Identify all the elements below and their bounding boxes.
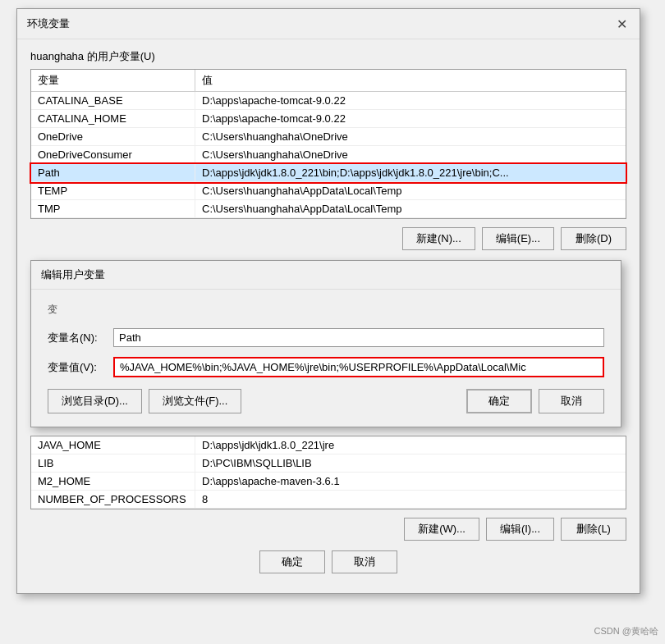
val-cell: D:\apps\apache-tomcat-9.0.22 <box>195 110 626 127</box>
bottom-btn-row: 确定 取消 <box>30 550 626 573</box>
user-vars-table: 变量 值 CATALINA_BASE D:\apps\apache-tomcat… <box>30 69 626 219</box>
table-row[interactable]: CATALINA_HOME D:\apps\apache-tomcat-9.0.… <box>31 110 626 128</box>
col-var-header: 变量 <box>31 70 195 91</box>
edit-btn-row: 浏览目录(D)... 浏览文件(F)... 确定 取消 <box>48 389 604 413</box>
var-cell: OneDrive <box>31 128 195 145</box>
table-row[interactable]: OneDriveConsumer C:\Users\huanghaha\OneD… <box>31 146 626 164</box>
table-row[interactable]: NUMBER_OF_PROCESSORS 8 <box>31 491 626 509</box>
var-value-label: 变量值(V): <box>48 360 113 375</box>
browse-file-button[interactable]: 浏览文件(F)... <box>149 389 241 413</box>
val-cell: D:\apps\jdk\jdk1.8.0_221\bin;D:\apps\jdk… <box>195 164 626 181</box>
val-cell: D:\apps\apache-maven-3.6.1 <box>195 473 626 490</box>
delete-user-var-button[interactable]: 删除(D) <box>561 227 626 250</box>
var-section-marker: 变 <box>48 304 57 315</box>
var-value-input[interactable] <box>113 357 604 377</box>
table-row[interactable]: OneDrive C:\Users\huanghaha\OneDrive <box>31 128 626 146</box>
table-row[interactable]: CATALINA_BASE D:\apps\apache-tomcat-9.0.… <box>31 92 626 110</box>
var-cell: NUMBER_OF_PROCESSORS <box>31 491 195 508</box>
table-row[interactable]: LIB D:\PC\IBM\SQLLIB\LIB <box>31 454 626 473</box>
edit-cancel-button[interactable]: 取消 <box>539 389 604 413</box>
val-cell: 8 <box>195 491 626 508</box>
var-cell: M2_HOME <box>31 473 195 490</box>
dialog-titlebar: 环境变量 ✕ <box>17 9 640 39</box>
var-cell: LIB <box>31 454 195 472</box>
var-cell: CATALINA_BASE <box>31 92 195 109</box>
val-cell: C:\Users\huanghaha\OneDrive <box>195 146 626 163</box>
env-dialog: 环境变量 ✕ huanghaha 的用户变量(U) 变量 值 CATALINA_… <box>16 8 640 594</box>
new-user-var-button[interactable]: 新建(N)... <box>402 227 475 250</box>
var-cell: Path <box>31 164 195 181</box>
table-header: 变量 值 <box>31 70 626 92</box>
sys-btn-row: 新建(W)... 编辑(I)... 删除(L) <box>30 518 626 541</box>
var-cell: CATALINA_HOME <box>31 110 195 127</box>
edit-user-var-button[interactable]: 编辑(E)... <box>482 227 554 250</box>
val-cell: C:\Users\huanghaha\AppData\Local\Temp <box>195 200 626 217</box>
val-cell: D:\PC\IBM\SQLLIB\LIB <box>195 454 626 472</box>
var-name-input[interactable] <box>113 328 604 347</box>
table-row[interactable]: TEMP C:\Users\huanghaha\AppData\Local\Te… <box>31 182 626 200</box>
var-cell: OneDriveConsumer <box>31 146 195 163</box>
path-row[interactable]: Path D:\apps\jdk\jdk1.8.0_221\bin;D:\app… <box>31 164 626 182</box>
browse-dir-button[interactable]: 浏览目录(D)... <box>48 389 142 413</box>
new-sys-var-button[interactable]: 新建(W)... <box>404 518 479 541</box>
user-btn-row: 新建(N)... 编辑(E)... 删除(D) <box>30 227 626 250</box>
sys-vars-table: JAVA_HOME D:\apps\jdk\jdk1.8.0_221\jre L… <box>30 436 626 509</box>
var-value-row: 变量值(V): <box>48 357 604 377</box>
edit-dialog: 编辑用户变量 变 变量名(N): 变量值(V): 浏览目录(D)... 浏览文件… <box>30 260 621 427</box>
ok-button[interactable]: 确定 <box>259 550 325 573</box>
edit-sys-var-button[interactable]: 编辑(I)... <box>486 518 554 541</box>
close-button[interactable]: ✕ <box>613 16 630 32</box>
edit-dialog-titlebar: 编辑用户变量 <box>31 261 621 290</box>
dialog-content: huanghaha 的用户变量(U) 变量 值 CATALINA_BASE D:… <box>17 39 640 593</box>
edit-dialog-title: 编辑用户变量 <box>41 267 105 282</box>
var-cell: TEMP <box>31 182 195 199</box>
val-cell: D:\apps\jdk\jdk1.8.0_221\jre <box>195 436 626 454</box>
delete-sys-var-button[interactable]: 删除(L) <box>561 518 626 541</box>
col-val-header: 值 <box>195 70 626 91</box>
user-section-label: huanghaha 的用户变量(U) <box>30 49 626 64</box>
var-name-label: 变量名(N): <box>48 331 113 345</box>
var-cell: JAVA_HOME <box>31 436 195 454</box>
var-cell: TMP <box>31 200 195 217</box>
edit-dialog-content: 变 变量名(N): 变量值(V): 浏览目录(D)... 浏览文件(F)... … <box>31 290 621 427</box>
table-row[interactable]: JAVA_HOME D:\apps\jdk\jdk1.8.0_221\jre <box>31 436 626 454</box>
watermark: CSDN @黄哈哈 <box>594 625 658 637</box>
val-cell: C:\Users\huanghaha\OneDrive <box>195 128 626 145</box>
table-row[interactable]: M2_HOME D:\apps\apache-maven-3.6.1 <box>31 473 626 491</box>
edit-ok-button[interactable]: 确定 <box>466 389 532 413</box>
val-cell: D:\apps\apache-tomcat-9.0.22 <box>195 92 626 109</box>
cancel-button[interactable]: 取消 <box>332 550 397 573</box>
var-name-row: 变量名(N): <box>48 328 604 347</box>
val-cell: C:\Users\huanghaha\AppData\Local\Temp <box>195 182 626 199</box>
table-row[interactable]: TMP C:\Users\huanghaha\AppData\Local\Tem… <box>31 200 626 218</box>
dialog-title: 环境变量 <box>27 16 70 31</box>
